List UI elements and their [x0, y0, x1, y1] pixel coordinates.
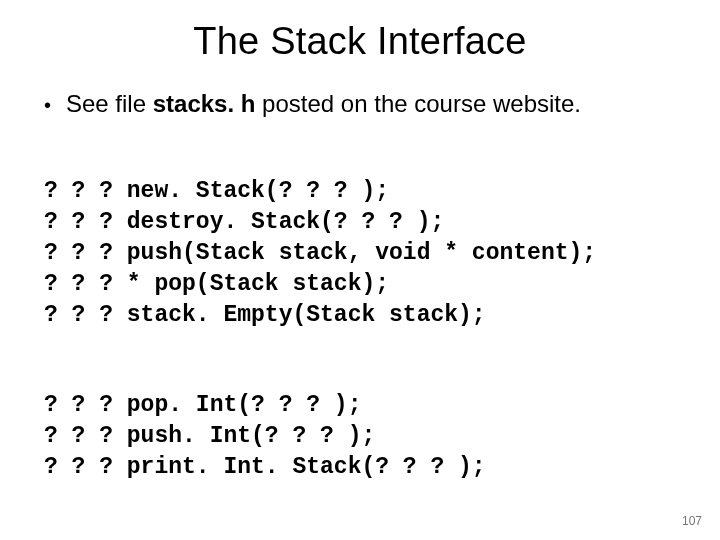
- code-block-1: ? ? ? new. Stack(? ? ? ); ? ? ? destroy.…: [44, 145, 680, 331]
- bullet-dot: •: [44, 95, 66, 115]
- slide-title: The Stack Interface: [40, 20, 680, 63]
- code-line: ? ? ? new. Stack(? ? ? );: [44, 178, 389, 204]
- bullet-prefix: See file: [66, 90, 153, 117]
- code-line: ? ? ? destroy. Stack(? ? ? );: [44, 209, 444, 235]
- bullet-line: • See file stacks. h posted on the cours…: [44, 89, 680, 119]
- code-line: ? ? ? print. Int. Stack(? ? ? );: [44, 454, 486, 480]
- code-line: ? ? ? pop. Int(? ? ? );: [44, 392, 361, 418]
- code-line: ? ? ? push. Int(? ? ? );: [44, 423, 375, 449]
- code-line: ? ? ? stack. Empty(Stack stack);: [44, 302, 486, 328]
- bullet-suffix: posted on the course website.: [255, 90, 581, 117]
- bullet-bold: stacks. h: [153, 90, 256, 117]
- block-gap: [40, 331, 680, 359]
- code-line: ? ? ? * pop(Stack stack);: [44, 271, 389, 297]
- slide: The Stack Interface • See file stacks. h…: [0, 0, 720, 540]
- page-number: 107: [682, 514, 702, 528]
- code-block-2: ? ? ? pop. Int(? ? ? ); ? ? ? push. Int(…: [44, 359, 680, 483]
- code-line: ? ? ? push(Stack stack, void * content);: [44, 240, 596, 266]
- bullet-text: See file stacks. h posted on the course …: [66, 89, 581, 119]
